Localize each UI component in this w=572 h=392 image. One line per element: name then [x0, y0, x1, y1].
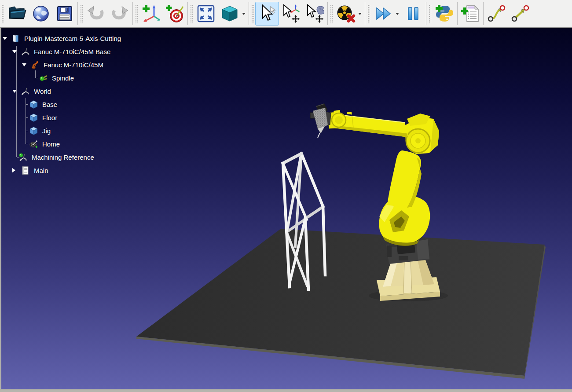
select-button[interactable]: [255, 2, 279, 26]
undo-button[interactable]: [84, 2, 108, 26]
move-joint-button[interactable]: [484, 2, 508, 26]
reference-frame-icon: [21, 47, 30, 56]
view-dropdown-arrow-icon[interactable]: [242, 13, 246, 15]
move-reference-cursor-icon: [281, 4, 301, 23]
toolbar-group-collisions: [329, 0, 364, 27]
tree-item-station[interactable]: Plugin-Mastercam-5-Axis-Cutting: [0, 32, 189, 45]
toolbar-separator: [327, 2, 328, 25]
open-online-library-button[interactable]: [29, 2, 53, 26]
tree-item-label: Main: [34, 167, 48, 174]
3d-viewport[interactable]: Plugin-Mastercam-5-Axis-Cutting Fanuc M-…: [0, 28, 572, 392]
main-toolbar: [0, 0, 572, 28]
simulation-dropdown-arrow-icon[interactable]: [396, 13, 399, 15]
object-cube-icon: [29, 100, 38, 109]
target-home-icon: [29, 139, 38, 149]
tree-item-label: Floor: [42, 114, 57, 121]
tree-item-label: Fanuc M-710iC/45M: [44, 61, 103, 69]
toolbar-separator: [365, 2, 365, 25]
robodk-window: Plugin-Mastercam-5-Axis-Cutting Fanuc M-…: [0, 0, 572, 392]
robot-elbow-hub: [415, 138, 421, 143]
fit-all-button[interactable]: [194, 2, 218, 26]
redo-button[interactable]: [108, 2, 132, 26]
tree-item-main-program[interactable]: Main: [0, 164, 189, 177]
tree-item-label: World: [34, 88, 51, 95]
fit-all-icon: [196, 4, 216, 23]
move-reference-frame-button[interactable]: [279, 2, 303, 26]
pause-button[interactable]: [401, 2, 425, 26]
program-icon: [21, 166, 30, 175]
tree-item-base-object[interactable]: Base: [0, 98, 189, 111]
toolbar-separator: [187, 2, 188, 25]
tree-item-robot-base-frame[interactable]: Fanuc M-710iC/45M Base: [0, 45, 189, 58]
viewport-left-frame: [0, 28, 1, 392]
toolbar-handle[interactable]: [1, 4, 4, 23]
check-collisions-button[interactable]: [334, 2, 358, 26]
redo-arrow-icon: [110, 4, 129, 23]
collapse-arrow-icon[interactable]: [12, 168, 15, 172]
robot-wrist-joint-inner: [335, 116, 343, 124]
mount-detail: [399, 256, 408, 260]
python-plus-icon: [435, 4, 454, 23]
toolbar-group-move-instructions: [484, 0, 532, 27]
toolbar-group-add-program: [458, 0, 482, 27]
tree-item-label: Home: [42, 140, 60, 148]
save-button[interactable]: [53, 2, 77, 26]
move-joint-icon: [487, 4, 506, 23]
move-linear-button[interactable]: [508, 2, 532, 26]
fast-simulation-button[interactable]: [371, 2, 395, 26]
mount-step: [416, 239, 429, 260]
tree-item-machining-reference[interactable]: Machining Reference: [0, 150, 189, 164]
radioactive-collision-icon: [336, 4, 356, 23]
toolbar-group-simulation: [366, 0, 425, 27]
move-linear-icon: [510, 4, 530, 23]
tree-item-spindle[interactable]: Spindle: [0, 71, 189, 84]
tree-item-label: Spindle: [52, 74, 74, 82]
pause-icon: [403, 4, 423, 23]
expand-arrow-icon[interactable]: [12, 50, 17, 53]
toolbar-handle[interactable]: [135, 4, 138, 23]
tree-item-robot[interactable]: Fanuc M-710iC/45M: [0, 58, 189, 71]
station-tree: Plugin-Mastercam-5-Axis-Cutting Fanuc M-…: [0, 32, 189, 177]
toolbar-group-undo: [79, 0, 132, 27]
add-program-button[interactable]: [458, 2, 482, 26]
toolbar-handle[interactable]: [80, 4, 83, 23]
toolbar-handle[interactable]: [330, 4, 333, 23]
reference-frame-ball-icon: [18, 153, 28, 162]
tree-item-world-frame[interactable]: World: [0, 84, 189, 98]
toolbar-handle[interactable]: [190, 4, 193, 23]
tree-item-label: Machining Reference: [32, 154, 94, 161]
toolbar-group-add-items: [134, 0, 187, 27]
undo-arrow-icon: [86, 4, 106, 23]
toolbar-separator: [77, 2, 78, 25]
tree-item-label: Jig: [42, 127, 51, 135]
add-reference-frame-button[interactable]: [139, 2, 163, 26]
expand-arrow-icon[interactable]: [22, 63, 26, 66]
view-isometric-button[interactable]: [218, 2, 242, 26]
toolbar-handle[interactable]: [428, 4, 431, 23]
toolbar-separator: [132, 2, 133, 25]
toolbar-handle[interactable]: [367, 4, 370, 23]
collisions-dropdown-arrow-icon[interactable]: [358, 13, 362, 15]
station-icon: [11, 34, 20, 43]
tree-item-floor-object[interactable]: Floor: [0, 111, 189, 124]
view-cube-icon: [220, 4, 239, 23]
add-target-button[interactable]: [163, 2, 187, 26]
reference-frame-icon: [21, 87, 30, 96]
expand-arrow-icon[interactable]: [3, 37, 7, 40]
add-python-program-button[interactable]: [433, 2, 456, 26]
robot-icon: [30, 60, 40, 70]
object-cube-icon: [29, 113, 38, 122]
add-target-icon: [165, 4, 184, 23]
move-tool-cursor-icon: [305, 4, 324, 23]
tree-item-jig-object[interactable]: Jig: [0, 124, 189, 137]
expand-arrow-icon[interactable]: [12, 90, 17, 93]
toolbar-separator: [457, 2, 458, 25]
globe-icon: [31, 4, 51, 23]
toolbar-handle[interactable]: [251, 4, 254, 23]
add-frame-icon: [141, 4, 161, 23]
object-cube-icon: [29, 126, 38, 136]
toolbar-group-file: [0, 0, 77, 27]
tree-item-home-target[interactable]: Home: [0, 137, 189, 150]
move-tool-button[interactable]: [303, 2, 326, 26]
open-button[interactable]: [5, 2, 29, 26]
